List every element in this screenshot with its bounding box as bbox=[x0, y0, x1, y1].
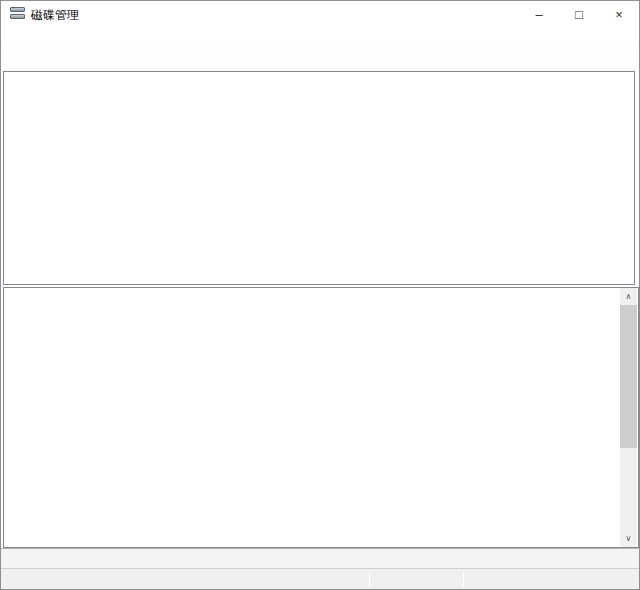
volume-list-pane bbox=[3, 71, 635, 285]
toolbar bbox=[1, 47, 639, 71]
status-bar bbox=[1, 568, 639, 590]
legend-bar bbox=[1, 548, 639, 568]
disk-management-window: 磁碟管理 – □ × ∧ ∨ bbox=[0, 0, 640, 590]
disk-graph-pane: ∧ ∨ bbox=[3, 287, 639, 548]
scroll-up-icon[interactable]: ∧ bbox=[620, 288, 637, 305]
window-title: 磁碟管理 bbox=[31, 7, 79, 24]
menu-bar bbox=[1, 27, 639, 47]
disk-management-app-icon bbox=[10, 7, 25, 20]
close-button[interactable]: × bbox=[599, 1, 639, 27]
statusbar-divider bbox=[369, 572, 370, 587]
title-bar: 磁碟管理 – □ × bbox=[1, 1, 639, 27]
scroll-down-icon[interactable]: ∨ bbox=[620, 530, 637, 547]
statusbar-divider bbox=[463, 572, 464, 587]
scrollbar-thumb[interactable] bbox=[620, 305, 637, 448]
maximize-button[interactable]: □ bbox=[559, 1, 599, 27]
minimize-button[interactable]: – bbox=[519, 1, 559, 27]
vertical-scrollbar[interactable]: ∧ ∨ bbox=[620, 288, 637, 547]
